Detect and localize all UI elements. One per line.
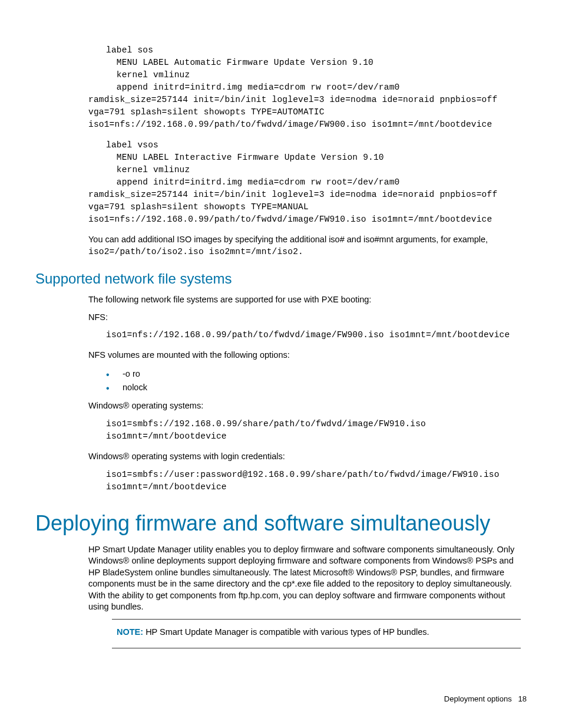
list-item: -o ro	[106, 367, 521, 381]
heading-supported-nfs: Supported network file systems	[35, 271, 527, 287]
para-deploying: HP Smart Update Manager utility enables …	[88, 544, 521, 613]
list-nfs-options: -o ro nolock	[106, 367, 521, 394]
para-additional-iso: You can add additional ISO images by spe…	[88, 234, 521, 258]
footer-section: Deployment options	[444, 694, 512, 703]
para-additional-iso-code: iso2=/path/to/iso2.iso iso2mnt=/mnt/iso2…	[88, 247, 303, 256]
heading-deploying: Deploying firmware and software simultan…	[35, 511, 527, 536]
code-nfs: iso1=nfs://192.168.0.99/path/to/fwdvd/im…	[106, 329, 521, 341]
page-content: label sos MENU LABEL Automatic Firmware …	[88, 44, 521, 258]
code-label-vsos: label vsos MENU LABEL Interactive Firmwa…	[106, 139, 521, 189]
page-footer: Deployment options 18	[444, 694, 527, 703]
note-box: NOTE: HP Smart Update Manager is compati…	[112, 619, 521, 648]
footer-page-number: 18	[518, 694, 527, 703]
para-nfs-options: NFS volumes are mounted with the followi…	[88, 350, 521, 361]
list-item: nolock	[106, 381, 521, 394]
para-windows-creds: Windows® operating systems with login cr…	[88, 451, 521, 463]
section-nfs: The following network file systems are s…	[88, 294, 521, 493]
code-smbfs: iso1=smbfs://192.168.0.99/share/path/to/…	[106, 418, 521, 443]
para-nfs-label: NFS:	[88, 312, 521, 324]
code-label-sos-cont: ramdisk_size=257144 init=/bin/init logle…	[88, 94, 521, 131]
para-nfs-intro: The following network file systems are s…	[88, 294, 521, 306]
code-smbfs-creds: iso1=smbfs://user:password@192.168.0.99/…	[106, 469, 521, 493]
section-deploying: HP Smart Update Manager utility enables …	[88, 544, 521, 648]
code-label-vsos-cont: ramdisk_size=257144 init=/bin/init logle…	[88, 189, 521, 226]
para-windows-os: Windows® operating systems:	[88, 400, 521, 412]
note-text: HP Smart Update Manager is compatible wi…	[143, 627, 429, 637]
code-label-sos: label sos MENU LABEL Automatic Firmware …	[106, 44, 521, 94]
note-label: NOTE:	[117, 627, 143, 637]
para-additional-iso-text: You can add additional ISO images by spe…	[88, 235, 488, 244]
